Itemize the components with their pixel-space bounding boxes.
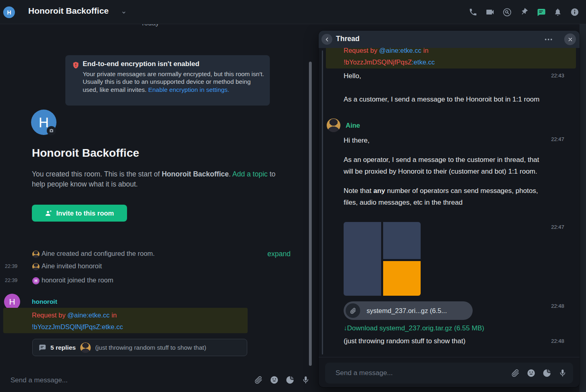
thread-bubble-icon xyxy=(38,344,46,351)
message-timestamp: 22:48 xyxy=(551,303,564,309)
invite-button-label: Invite to this room xyxy=(56,209,114,217)
room-avatar-small[interactable]: H xyxy=(3,6,15,18)
thread-panel: Request by @aine:etke.cc in!bYozzJmDSQlN… xyxy=(319,31,580,387)
event-room-created: Aine created and configured the room. ex… xyxy=(0,250,311,259)
event-text: Aine invited honoroit xyxy=(42,262,102,270)
threads-icon[interactable] xyxy=(536,7,546,17)
event-joined: 22:39 H honoroit joined the room xyxy=(0,276,311,286)
add-topic-link[interactable]: Add a topic xyxy=(232,170,268,178)
room-intro-title: Honoroit Backoffice xyxy=(32,147,139,160)
shield-alert-icon xyxy=(72,61,80,69)
image-region xyxy=(383,261,421,296)
encryption-warning: End-to-end encryption isn't enabled Your… xyxy=(65,55,270,106)
aine-avatar[interactable] xyxy=(327,118,340,132)
aine-avatar xyxy=(32,263,40,270)
emoji-icon[interactable] xyxy=(269,375,279,385)
thread-preview: (just throwing random stuff to show that… xyxy=(95,344,206,351)
sticker-icon[interactable] xyxy=(542,368,552,378)
voice-call-icon[interactable] xyxy=(468,7,478,17)
app-window: Today End-to-end encryption isn't enable… xyxy=(0,0,586,392)
camera-icon[interactable] xyxy=(47,126,56,135)
room-id-link[interactable]: !bYozzJmDSQlNjfPqsZ:etke.cc xyxy=(32,323,123,330)
attach-file-icon[interactable] xyxy=(254,375,263,385)
app-background-strip xyxy=(580,24,586,392)
room-timeline: Today End-to-end encryption isn't enable… xyxy=(0,0,319,392)
event-invited: 22:39 Aine invited honoroit xyxy=(0,262,311,272)
event-timestamp: 22:39 xyxy=(5,263,17,269)
room-name[interactable]: Honoroit Backoffice xyxy=(28,6,109,16)
honoroit-avatar[interactable]: H xyxy=(4,294,20,310)
file-name: systemd_237.ori...gz (6.5... xyxy=(367,307,447,315)
encryption-warning-body: Your private messages are normally encry… xyxy=(83,70,265,93)
person-plus-icon xyxy=(45,209,52,217)
notifications-icon[interactable] xyxy=(553,7,563,17)
thread-message-hello: Hello, As a customer, I send a message t… xyxy=(344,70,549,105)
microphone-icon[interactable] xyxy=(301,375,311,385)
close-icon[interactable] xyxy=(564,33,576,45)
message-text: Hi there, xyxy=(344,135,547,146)
room-header: H Honoroit Backoffice xyxy=(0,0,586,24)
back-icon[interactable] xyxy=(321,34,332,45)
message-text: Hello, As a customer, I send a message t… xyxy=(344,70,549,105)
message-text: Note that any number of operators can se… xyxy=(344,185,547,208)
message-body: Request by @aine:etke.cc in!bYozzJmDSQlN… xyxy=(32,309,123,333)
aine-avatar xyxy=(80,342,91,353)
message-timestamp: 22:47 xyxy=(551,224,564,230)
pin-icon[interactable] xyxy=(519,7,529,17)
reply-count: 5 replies xyxy=(50,344,76,351)
chevron-down-icon[interactable] xyxy=(121,10,127,15)
image-region xyxy=(344,222,381,296)
more-options-icon[interactable] xyxy=(543,35,554,44)
message-sender[interactable]: Aine xyxy=(346,122,360,129)
thread-message-input[interactable] xyxy=(335,367,504,380)
expand-link[interactable]: expand xyxy=(267,250,290,258)
thread-summary[interactable]: 5 replies (just throwing random stuff to… xyxy=(32,339,247,356)
aine-avatar xyxy=(32,251,40,258)
timeline-scrollbar[interactable] xyxy=(309,62,312,366)
download-file-link[interactable]: ↓Download systemd_237.orig.tar.gz (6.55 … xyxy=(344,324,484,332)
thread-message-note: (just throwing random stuff to show that… xyxy=(344,337,465,345)
search-icon[interactable] xyxy=(502,7,512,17)
room-info-icon[interactable] xyxy=(570,7,580,17)
user-mention-pill[interactable]: @aine:etke.cc xyxy=(67,311,110,319)
message-timestamp: 22:43 xyxy=(551,73,564,79)
enable-encryption-link[interactable]: Enable encryption in settings. xyxy=(148,86,229,93)
thread-message-operator: Hi there, As an operator, I send a messa… xyxy=(344,135,547,208)
room-id-link[interactable]: :etke.cc xyxy=(412,58,435,66)
paperclip-icon xyxy=(346,303,360,318)
room-actions xyxy=(468,0,580,24)
event-text: Aine created and configured the room. xyxy=(42,250,155,257)
thread-scrollbar[interactable] xyxy=(322,50,323,355)
file-attachment[interactable]: systemd_237.ori...gz (6.5... xyxy=(344,301,473,320)
image-region xyxy=(383,222,421,259)
microphone-icon[interactable] xyxy=(558,368,567,378)
event-text: honoroit joined the room xyxy=(42,276,113,284)
image-attachment[interactable] xyxy=(344,222,421,296)
composer-actions xyxy=(254,375,311,385)
sticker-icon[interactable] xyxy=(285,375,295,385)
message-input[interactable] xyxy=(10,374,236,387)
invite-to-room-button[interactable]: Invite to this room xyxy=(32,205,127,222)
message-text: As an operator, I send a message to the … xyxy=(344,154,547,177)
thread-composer xyxy=(325,363,573,384)
honoroit-avatar: H xyxy=(32,277,40,284)
created-text: You created this room. This is the start… xyxy=(32,170,162,178)
composer-divider xyxy=(319,357,580,357)
room-id-red: !bYozzJmDSQlNjfPqsZ xyxy=(344,58,412,66)
message-sender[interactable]: honoroit xyxy=(32,298,57,305)
room-intro-text: You created this room. This is the start… xyxy=(32,169,278,189)
message-timestamp: 22:47 xyxy=(551,136,564,142)
thread-request-body: Request by @aine:etke.cc in!bYozzJmDSQlN… xyxy=(344,45,435,68)
event-timestamp: 22:39 xyxy=(5,278,17,283)
encryption-warning-title: End-to-end encryption isn't enabled xyxy=(83,60,199,68)
video-call-icon[interactable] xyxy=(485,7,495,17)
thread-composer-actions xyxy=(511,368,567,378)
thread-header: Thread xyxy=(319,31,580,48)
created-room-name: Honoroit Backoffice xyxy=(162,170,229,178)
attach-file-icon[interactable] xyxy=(511,368,520,378)
thread-panel-title: Thread xyxy=(336,35,359,43)
highlighted-message: Request by @aine:etke.cc in!bYozzJmDSQlN… xyxy=(3,308,248,333)
emoji-icon[interactable] xyxy=(526,368,536,378)
message-timestamp: 22:48 xyxy=(551,338,564,344)
